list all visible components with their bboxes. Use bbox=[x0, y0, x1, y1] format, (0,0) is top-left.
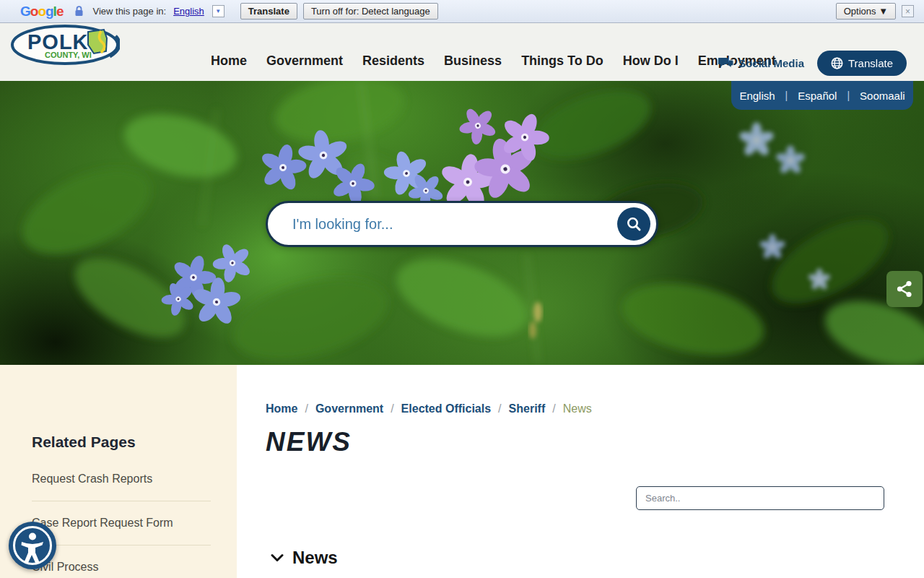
nav-item[interactable]: Business bbox=[444, 53, 502, 69]
breadcrumb-link[interactable]: Sheriff bbox=[509, 402, 546, 415]
accessibility-button[interactable] bbox=[9, 522, 56, 569]
news-section-title: News bbox=[292, 548, 338, 568]
language-select-value[interactable]: English bbox=[173, 6, 204, 17]
breadcrumb-link[interactable]: Home bbox=[266, 402, 297, 415]
translate-pill-label: Translate bbox=[848, 57, 893, 69]
page: Google View this page in: English ▼ Tran… bbox=[0, 0, 924, 578]
turn-off-button[interactable]: Turn off for: Detect language bbox=[303, 3, 438, 20]
sidebar-links: Request Crash ReportsCase Report Request… bbox=[32, 473, 211, 578]
breadcrumb: Home/Government/Elected Officials/Sherif… bbox=[266, 402, 592, 415]
language-option[interactable]: Español bbox=[798, 90, 837, 102]
separator: / bbox=[305, 402, 308, 415]
google-translate-bar: Google View this page in: English ▼ Tran… bbox=[0, 0, 924, 23]
translate-button[interactable]: Translate bbox=[240, 3, 297, 20]
social-media-link[interactable]: Social Media bbox=[718, 57, 804, 69]
page-title: NEWS bbox=[266, 427, 352, 457]
chevron-down-icon bbox=[271, 553, 284, 562]
google-logo-letter: o bbox=[30, 4, 38, 19]
separator: | bbox=[785, 90, 788, 101]
search-icon bbox=[626, 216, 642, 232]
chat-bubbles-icon bbox=[718, 57, 734, 69]
separator: | bbox=[847, 90, 850, 101]
sidebar-link[interactable]: Case Report Request Form bbox=[32, 517, 211, 545]
hero-search-button[interactable] bbox=[617, 207, 650, 241]
main-content: Home/Government/Elected Officials/Sherif… bbox=[237, 365, 924, 578]
accessibility-icon bbox=[12, 525, 53, 566]
options-button[interactable]: Options ▼ bbox=[836, 3, 896, 20]
sidebar-title: Related Pages bbox=[32, 434, 211, 451]
google-logo: Google bbox=[20, 4, 63, 20]
lock-icon bbox=[74, 6, 84, 17]
hero-search-input[interactable] bbox=[292, 216, 617, 233]
close-translate-bar-icon[interactable]: × bbox=[902, 5, 914, 17]
hero-banner: English|Español|Soomaali bbox=[0, 81, 924, 365]
language-option[interactable]: Soomaali bbox=[860, 90, 905, 102]
nav-item[interactable]: Things To Do bbox=[521, 53, 603, 69]
nav-item[interactable]: How Do I bbox=[623, 53, 679, 69]
polk-county-logo[interactable]: POLK COUNTY, WI bbox=[10, 25, 120, 68]
breadcrumb-separator: / bbox=[552, 402, 555, 415]
social-media-label: Social Media bbox=[738, 57, 804, 69]
nav-links: HomeGovernmentResidentsBusinessThings To… bbox=[211, 53, 776, 69]
separator: / bbox=[498, 402, 501, 415]
breadcrumb-links: Home/Government/Elected Officials/Sherif… bbox=[266, 402, 545, 415]
google-logo-letter: o bbox=[38, 4, 45, 19]
nav-item[interactable]: Government bbox=[266, 53, 343, 69]
news-search-input[interactable] bbox=[636, 486, 884, 510]
sidebar-link[interactable]: Request Crash Reports bbox=[32, 473, 211, 501]
nav-right: Social Media Translate bbox=[718, 51, 907, 76]
svg-text:COUNTY, WI: COUNTY, WI bbox=[45, 51, 92, 59]
share-button[interactable] bbox=[886, 271, 923, 307]
language-dropdown-arrow[interactable]: ▼ bbox=[212, 5, 225, 17]
google-logo-letter: e bbox=[56, 4, 64, 19]
news-section-header[interactable]: News bbox=[271, 548, 338, 568]
breadcrumb-link[interactable]: Elected Officials bbox=[401, 402, 492, 415]
nav-item[interactable]: Home bbox=[211, 53, 247, 69]
language-option[interactable]: English bbox=[739, 90, 775, 102]
globe-icon bbox=[831, 57, 843, 69]
translate-pill-button[interactable]: Translate bbox=[817, 51, 907, 76]
view-page-label: View this page in: bbox=[92, 6, 166, 17]
breadcrumb-link[interactable]: Government bbox=[315, 402, 383, 415]
separator: / bbox=[391, 402, 393, 415]
google-logo-letter: G bbox=[20, 4, 30, 19]
google-logo-letter: g bbox=[45, 4, 53, 19]
sidebar-link[interactable]: Civil Process bbox=[32, 561, 211, 578]
share-icon bbox=[895, 280, 914, 298]
breadcrumb-current: News bbox=[563, 402, 592, 415]
main-navigation: POLK COUNTY, WI HomeGovernmentResidentsB… bbox=[0, 23, 924, 81]
hero-language-bar: English|Español|Soomaali bbox=[731, 81, 913, 110]
content-area: Related Pages Request Crash ReportsCase … bbox=[0, 365, 924, 578]
hero-search bbox=[266, 201, 658, 247]
nav-item[interactable]: Residents bbox=[362, 53, 424, 69]
